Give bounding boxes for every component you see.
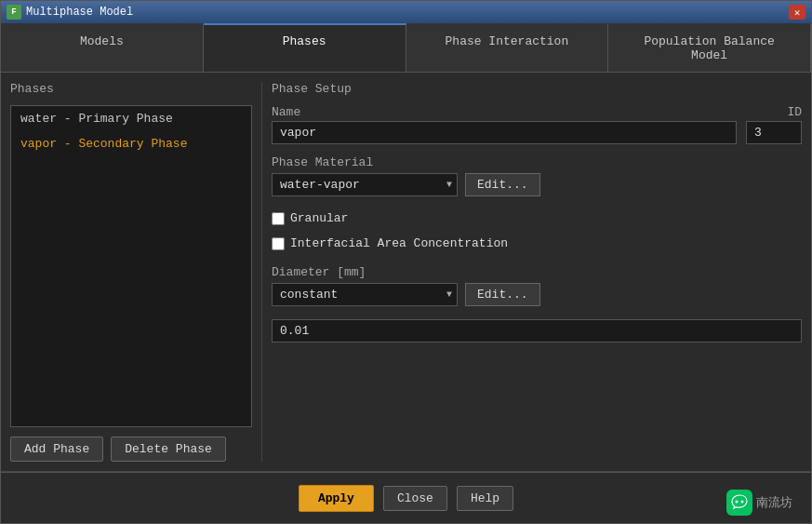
apply-button[interactable]: Apply (299, 485, 374, 512)
granular-section: Granular (272, 211, 802, 225)
diameter-section: Diameter [mm] constant Edit... (272, 265, 802, 306)
name-id-row: Name ID (272, 105, 802, 144)
phases-label: Phases (10, 82, 252, 96)
watermark: 南流坊 (726, 490, 792, 516)
name-input[interactable] (272, 121, 737, 144)
tab-phase-interaction[interactable]: Phase Interaction (406, 23, 609, 72)
granular-label: Granular (290, 211, 348, 225)
phase-material-section: Phase Material water-vapor Edit... (272, 155, 802, 196)
phase-item-vapor[interactable]: vapor - Secondary Phase (11, 131, 251, 156)
name-label: Name (272, 105, 737, 119)
interfacial-section: Interfacial Area Concentration (272, 236, 802, 250)
diameter-value-input[interactable] (272, 319, 802, 343)
close-button[interactable]: ✕ (789, 5, 805, 20)
phase-setup-panel: Phase Setup Name ID Phase Material (272, 82, 802, 462)
tabs-bar: Models Phases Phase Interaction Populati… (1, 23, 811, 73)
id-input[interactable] (746, 121, 802, 144)
material-select-wrapper: water-vapor (272, 173, 458, 196)
add-phase-button[interactable]: Add Phase (10, 437, 103, 462)
diameter-edit-button[interactable]: Edit... (465, 283, 540, 306)
close-button-footer[interactable]: Close (383, 486, 447, 511)
title-bar-left: F Multiphase Model (7, 5, 133, 20)
name-section: Name (272, 105, 737, 144)
interfacial-label: Interfacial Area Concentration (290, 236, 508, 250)
panel-divider (261, 82, 262, 462)
help-button[interactable]: Help (457, 486, 513, 511)
material-row: water-vapor Edit... (272, 173, 802, 196)
title-bar: F Multiphase Model ✕ (1, 1, 811, 23)
main-content: Phases water - Primary Phase vapor - Sec… (1, 73, 811, 471)
diameter-method-select[interactable]: constant (272, 283, 458, 306)
watermark-text: 南流坊 (756, 494, 792, 511)
phases-list: water - Primary Phase vapor - Secondary … (10, 105, 252, 427)
tab-population-balance-model[interactable]: Population Balance Model (608, 23, 811, 72)
granular-row: Granular (272, 211, 802, 225)
material-edit-button[interactable]: Edit... (465, 173, 540, 196)
app-icon: F (7, 5, 21, 20)
wechat-icon (726, 490, 752, 516)
phase-buttons: Add Phase Delete Phase (10, 437, 252, 462)
svg-point-1 (741, 501, 744, 504)
window-title: Multiphase Model (26, 6, 133, 19)
phase-item-water[interactable]: water - Primary Phase (11, 106, 251, 131)
diameter-row: constant Edit... (272, 283, 802, 306)
phase-material-label: Phase Material (272, 155, 802, 169)
granular-checkbox[interactable] (272, 212, 285, 225)
tab-models[interactable]: Models (1, 23, 204, 72)
phases-panel: Phases water - Primary Phase vapor - Sec… (10, 82, 252, 462)
material-select[interactable]: water-vapor (272, 173, 458, 196)
svg-point-0 (736, 501, 739, 504)
delete-phase-button[interactable]: Delete Phase (111, 437, 226, 462)
id-label: ID (746, 105, 802, 119)
interfacial-row: Interfacial Area Concentration (272, 236, 802, 250)
interfacial-checkbox[interactable] (272, 237, 285, 250)
main-window: F Multiphase Model ✕ Models Phases Phase… (0, 0, 812, 524)
tab-phases[interactable]: Phases (204, 23, 406, 72)
diameter-value-section (272, 319, 802, 343)
diameter-label: Diameter [mm] (272, 265, 802, 279)
diameter-method-wrapper: constant (272, 283, 458, 306)
phase-setup-title: Phase Setup (272, 82, 802, 96)
id-section: ID (746, 105, 802, 144)
bottom-bar: Apply Close Help 南流坊 (1, 472, 811, 523)
